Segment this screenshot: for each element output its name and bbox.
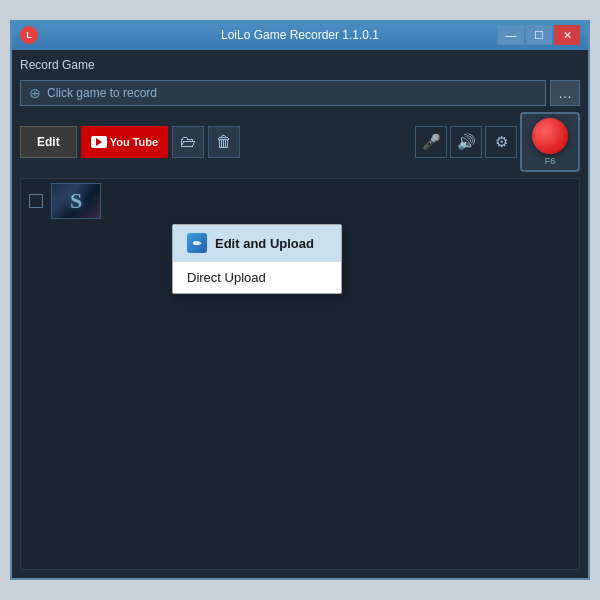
item-thumbnail: S bbox=[51, 183, 101, 219]
toolbar-left: Edit You Tube 🗁 🗑 bbox=[20, 126, 240, 158]
folder-button[interactable]: 🗁 bbox=[172, 126, 204, 158]
volume-button[interactable]: 🔊 bbox=[450, 126, 482, 158]
main-window: L LoiLo Game Recorder 1.1.0.1 — ☐ ✕ Reco… bbox=[10, 20, 590, 580]
youtube-label: You Tube bbox=[110, 136, 158, 148]
close-button[interactable]: ✕ bbox=[554, 25, 580, 45]
record-input[interactable]: ⊕ Click game to record bbox=[20, 80, 546, 106]
edit-upload-label: Edit and Upload bbox=[215, 236, 314, 251]
title-bar-controls: — ☐ ✕ bbox=[498, 25, 580, 45]
edit-button[interactable]: Edit bbox=[20, 126, 77, 158]
direct-upload-item[interactable]: Direct Upload bbox=[173, 262, 341, 293]
maximize-button[interactable]: ☐ bbox=[526, 25, 552, 45]
app-icon: L bbox=[20, 26, 38, 44]
volume-icon: 🔊 bbox=[457, 133, 476, 151]
mic-icon: 🎤 bbox=[422, 133, 441, 151]
direct-upload-label: Direct Upload bbox=[187, 270, 266, 285]
record-row: ⊕ Click game to record … bbox=[20, 80, 580, 106]
crosshair-icon: ⊕ bbox=[29, 85, 41, 101]
trash-icon: 🗑 bbox=[216, 133, 232, 151]
youtube-logo bbox=[91, 136, 107, 148]
youtube-dropdown: ✏ Edit and Upload Direct Upload bbox=[172, 224, 342, 294]
toolbar-row: Edit You Tube 🗁 🗑 bbox=[20, 112, 580, 172]
toolbar-right-icons: 🎤 🔊 ⚙ F6 bbox=[415, 112, 580, 172]
trash-button[interactable]: 🗑 bbox=[208, 126, 240, 158]
title-bar: L LoiLo Game Recorder 1.1.0.1 — ☐ ✕ bbox=[12, 20, 588, 50]
item-checkbox[interactable] bbox=[29, 194, 43, 208]
title-bar-left: L bbox=[20, 26, 38, 44]
edit-upload-item[interactable]: ✏ Edit and Upload bbox=[173, 225, 341, 261]
list-item: S bbox=[21, 179, 579, 223]
edit-upload-icon: ✏ bbox=[187, 233, 207, 253]
thumbnail-char: S bbox=[70, 188, 82, 214]
record-circle bbox=[532, 118, 568, 154]
youtube-button[interactable]: You Tube bbox=[81, 126, 168, 158]
youtube-play-icon bbox=[91, 136, 107, 148]
window-body: Record Game ⊕ Click game to record … Edi… bbox=[12, 50, 588, 578]
rec-shortcut-label: F6 bbox=[545, 156, 556, 166]
record-input-text: Click game to record bbox=[47, 86, 157, 100]
folder-icon: 🗁 bbox=[180, 133, 196, 151]
mic-button[interactable]: 🎤 bbox=[415, 126, 447, 158]
record-label: Record Game bbox=[20, 58, 580, 72]
minimize-button[interactable]: — bbox=[498, 25, 524, 45]
settings-button[interactable]: ⚙ bbox=[485, 126, 517, 158]
record-button[interactable]: F6 bbox=[520, 112, 580, 172]
settings-icon: ⚙ bbox=[495, 133, 508, 151]
dots-button[interactable]: … bbox=[550, 80, 580, 106]
